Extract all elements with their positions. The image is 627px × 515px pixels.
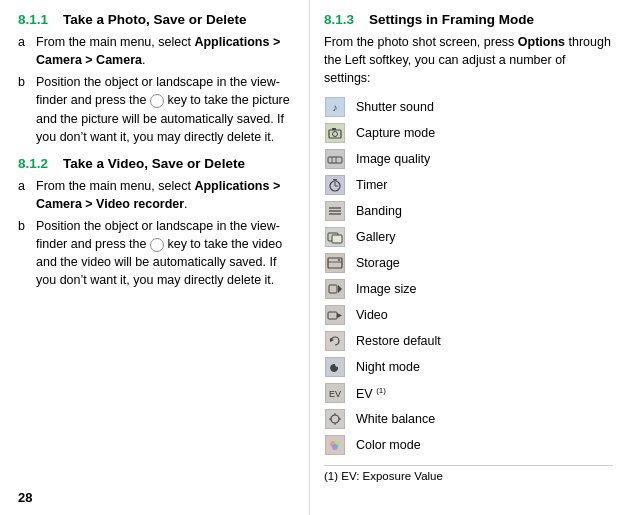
right-intro: From the photo shot screen, press Option… <box>324 33 613 87</box>
banding-icon <box>324 200 346 222</box>
section-812-heading: 8.1.2 Take a Video, Save or Delete <box>18 156 295 171</box>
gallery-icon <box>324 226 346 248</box>
video-button-icon <box>150 238 164 252</box>
settings-item-imagesize: Image size <box>324 277 613 301</box>
video-label: Video <box>356 308 388 322</box>
list-content-b1: Position the object or landscape in the … <box>36 73 295 146</box>
shutter-label: Shutter sound <box>356 100 434 114</box>
svg-rect-14 <box>333 179 337 181</box>
svg-rect-37 <box>325 409 345 429</box>
section-812-title: Take a Video, Save or Delete <box>63 156 245 171</box>
list-content-b2: Position the object or landscape in the … <box>36 217 295 290</box>
svg-rect-5 <box>332 128 336 130</box>
settings-list: ♪ Shutter sound Capture mode Image quali… <box>324 95 613 457</box>
list-item-812-b: b Position the object or landscape in th… <box>18 217 295 290</box>
color-icon <box>324 434 346 456</box>
svg-point-46 <box>332 444 338 450</box>
bold-text-a1: Applications > Camera > Camera <box>36 35 280 67</box>
night-icon <box>324 356 346 378</box>
list-content-a1: From the main menu, select Applications … <box>36 33 295 69</box>
list-content-a2: From the main menu, select Applications … <box>36 177 295 213</box>
page-number: 28 <box>18 490 32 505</box>
settings-item-quality: Image quality <box>324 147 613 171</box>
section-812-num: 8.1.2 <box>18 156 48 171</box>
section-813-heading: 8.1.3 Settings in Framing Mode <box>324 12 613 27</box>
settings-item-banding: Banding <box>324 199 613 223</box>
bold-text-a2: Applications > Camera > Video recorder <box>36 179 280 211</box>
section-813-title: Settings in Framing Mode <box>369 12 534 27</box>
imagesize-icon <box>324 278 346 300</box>
ev-sup: (1) <box>376 386 386 395</box>
wb-icon <box>324 408 346 430</box>
quality-icon <box>324 148 346 170</box>
restore-icon <box>324 330 346 352</box>
settings-item-capture: Capture mode <box>324 121 613 145</box>
svg-rect-2 <box>325 123 345 143</box>
capture-label: Capture mode <box>356 126 435 140</box>
color-label: Color mode <box>356 438 421 452</box>
settings-item-shutter: ♪ Shutter sound <box>324 95 613 119</box>
timer-label: Timer <box>356 178 387 192</box>
ev-icon: EV <box>324 382 346 404</box>
settings-item-gallery: Gallery <box>324 225 613 249</box>
section-811-heading: 8.1.1 Take a Photo, Save or Delete <box>18 12 295 27</box>
svg-text:EV: EV <box>329 389 341 399</box>
restore-label: Restore default <box>356 334 441 348</box>
options-bold: Options <box>518 35 565 49</box>
list-item-812-a: a From the main menu, select Application… <box>18 177 295 213</box>
gallery-label: Gallery <box>356 230 396 244</box>
storage-icon <box>324 252 346 274</box>
video-icon <box>324 304 346 326</box>
section-811-title: Take a Photo, Save or Delete <box>63 12 247 27</box>
list-item-811-b: b Position the object or landscape in th… <box>18 73 295 146</box>
settings-item-storage: Storage <box>324 251 613 275</box>
svg-rect-21 <box>332 235 342 243</box>
list-item-811-a: a From the main menu, select Application… <box>18 33 295 69</box>
quality-label: Image quality <box>356 152 430 166</box>
right-column: 8.1.3 Settings in Framing Mode From the … <box>310 0 627 515</box>
storage-label: Storage <box>356 256 400 270</box>
imagesize-label: Image size <box>356 282 416 296</box>
capture-icon <box>324 122 346 144</box>
banding-label: Banding <box>356 204 402 218</box>
settings-item-ev: EV EV (1) <box>324 381 613 405</box>
section-811-num: 8.1.1 <box>18 12 48 27</box>
svg-point-25 <box>338 259 340 261</box>
settings-item-color: Color mode <box>324 433 613 457</box>
settings-item-video: Video <box>324 303 613 327</box>
footnote: (1) EV: Exposure Value <box>324 465 613 482</box>
section-813-num: 8.1.3 <box>324 12 354 27</box>
wb-label: White balance <box>356 412 435 426</box>
list-label-a1: a <box>18 33 32 69</box>
page: 8.1.1 Take a Photo, Save or Delete a Fro… <box>0 0 627 515</box>
night-label: Night mode <box>356 360 420 374</box>
list-label-b2: b <box>18 217 32 290</box>
svg-text:♪: ♪ <box>333 102 338 113</box>
list-label-a2: a <box>18 177 32 213</box>
left-column: 8.1.1 Take a Photo, Save or Delete a Fro… <box>0 0 310 515</box>
camera-button-icon <box>150 94 164 108</box>
timer-icon <box>324 174 346 196</box>
settings-item-restore: Restore default <box>324 329 613 353</box>
svg-rect-32 <box>325 331 345 351</box>
ev-label: EV (1) <box>356 386 386 401</box>
list-label-b1: b <box>18 73 32 146</box>
settings-item-wb: White balance <box>324 407 613 431</box>
settings-item-timer: Timer <box>324 173 613 197</box>
shutter-icon: ♪ <box>324 96 346 118</box>
settings-item-night: Night mode <box>324 355 613 379</box>
